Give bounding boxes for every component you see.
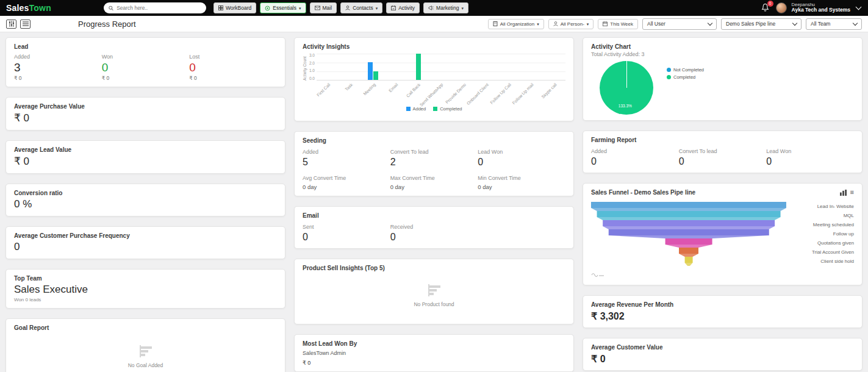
- product-sell-insights-card: Product Sell Insights (Top 5) No Product…: [294, 259, 574, 324]
- activity-insights-yticks: 3.02.01.00.0: [307, 54, 317, 80]
- chevron-down-icon: [708, 20, 712, 25]
- list-view-button[interactable]: [20, 20, 30, 29]
- sales-funnel-card: Sales Funnel - Demo Sales Pipe line ≡ Le…: [583, 183, 863, 285]
- chart-view-icon[interactable]: [840, 190, 847, 196]
- most-lead-won-by-name: SalesTown Admin: [303, 350, 565, 356]
- email-card: Email Sent0 Received0: [294, 206, 574, 249]
- column-right: Activity Chart Total Activity Added: 3 1…: [583, 37, 863, 371]
- user-block[interactable]: Deepanshu Ayka Tech and Systems: [792, 2, 850, 13]
- card-title: Seeding: [303, 137, 565, 144]
- marketing-label: Marketing: [436, 5, 459, 11]
- card-value: ₹ 0: [14, 112, 277, 124]
- logo-sales: Sales: [6, 3, 29, 13]
- funnel-stage: Client side hold: [591, 257, 854, 266]
- contacts-button[interactable]: Contacts ▾: [340, 2, 382, 13]
- logo-town: Town: [29, 3, 51, 13]
- stat-amount: ₹ 0: [189, 75, 277, 81]
- team-select[interactable]: All Team: [806, 18, 862, 30]
- workboard-button[interactable]: WorkBoard: [213, 2, 256, 13]
- bars: [339, 54, 362, 80]
- week-filter-button[interactable]: This Week: [598, 19, 638, 29]
- stat-amount: ₹ 0: [14, 75, 102, 81]
- stat-value: 0: [303, 232, 390, 243]
- x-tick-label: Skype call: [540, 82, 558, 99]
- chevron-down-icon: ▾: [376, 6, 378, 10]
- user-avatar[interactable]: [776, 2, 787, 13]
- stat-value: 0: [478, 157, 565, 168]
- stat-value: 3: [14, 61, 102, 74]
- y-tick: 3.0: [307, 54, 315, 58]
- seeding-avg-time: Avg Convert Time0 day: [303, 175, 390, 190]
- x-tick-label: First Call: [316, 82, 331, 97]
- stat-label: Won: [102, 54, 190, 60]
- bar: [416, 54, 421, 80]
- y-tick: 0.0: [307, 77, 315, 81]
- x-tick-label: Meeting: [362, 82, 376, 96]
- person-filter-label: All Person-: [561, 21, 584, 27]
- person-filter-button[interactable]: All Person- ▾: [548, 19, 594, 29]
- building-icon: [493, 21, 498, 26]
- seeding-convert: Convert To lead2: [390, 149, 478, 168]
- activity-pie-chart: 133.3% Not CompletedCompleted: [591, 61, 854, 115]
- column-left: Lead Added 3 ₹ 0 Won 0 ₹ 0 Lost 0 ₹ 0: [5, 37, 285, 372]
- farming-convert: Convert To lead0: [679, 148, 767, 167]
- activity-button[interactable]: Activity: [386, 2, 420, 13]
- essentials-button[interactable]: Essentials ▾: [260, 2, 306, 13]
- activity-insights-card: Activity Insights Activity Count 3.02.01…: [294, 37, 574, 121]
- pipeline-select[interactable]: Demo Sales Pipe line: [721, 18, 802, 30]
- stat-value: 0 day: [303, 184, 390, 190]
- wave-icon: [591, 271, 604, 277]
- bars: [498, 54, 520, 80]
- marketing-button[interactable]: Marketing ▾: [423, 2, 468, 13]
- stat-value: 0: [591, 156, 679, 167]
- filter-toggle-button[interactable]: [6, 20, 16, 29]
- activity-chart-card: Activity Chart Total Activity Added: 3 1…: [583, 37, 863, 121]
- farming-won: Lead Won0: [766, 148, 854, 167]
- notifications-button[interactable]: 0: [761, 3, 771, 13]
- stat-label: Added: [591, 148, 679, 154]
- mail-button[interactable]: Mail: [310, 2, 337, 13]
- pipeline-select-value: Demo Sales Pipe line: [726, 21, 775, 27]
- legend-label: Added: [413, 106, 426, 112]
- top-team-value: Sales Executive: [14, 284, 277, 296]
- funnel-stage: Trial Account Given: [591, 248, 854, 257]
- conversion-ratio-card: Conversion ratio 0 %: [5, 184, 285, 216]
- most-lead-won-by-card: Most Lead Won By SalesTown Admin ₹ 0: [294, 334, 574, 372]
- topbar-right: 0 Deepanshu Ayka Tech and Systems: [761, 2, 862, 13]
- goal-report-card: Goal Report No Goal Added: [5, 318, 285, 372]
- top-team-card: Top Team Sales Executive Won 0 leads: [5, 269, 285, 309]
- bars: [429, 54, 452, 80]
- card-title: Farming Report: [591, 137, 854, 143]
- funnel-stage-label: Trial Account Given: [792, 249, 854, 255]
- funnel-shape: [591, 229, 786, 238]
- organization-filter-button[interactable]: All Organization ▾: [488, 19, 544, 29]
- top-nav: WorkBoard Essentials ▾ Mail Contacts ▾ A…: [213, 2, 468, 13]
- contacts-label: Contacts: [353, 5, 373, 11]
- funnel-shape: [591, 248, 786, 257]
- top-team-sub: Won 0 leads: [14, 297, 277, 302]
- email-sent: Sent0: [303, 224, 390, 243]
- search-box[interactable]: [104, 2, 206, 13]
- y-tick: 2.0: [307, 62, 315, 66]
- funnel-stage-label: Client side hold: [792, 259, 854, 264]
- funnel-stage: Follow up: [591, 229, 854, 238]
- page-title: Progress Report: [78, 20, 136, 29]
- chevron-down-icon: ▾: [537, 22, 539, 26]
- farming-added: Added0: [591, 148, 679, 167]
- legend-item: Not Completed: [667, 67, 704, 73]
- card-title: Average Revenue Per Month: [591, 301, 854, 308]
- stat-value: 5: [303, 157, 390, 168]
- app-logo[interactable]: SalesTown: [6, 3, 51, 13]
- funnel-stage-label: Follow up: [792, 231, 854, 237]
- y-axis-label: Activity Count: [303, 54, 307, 80]
- search-input[interactable]: [117, 5, 201, 11]
- funnel-bar: [665, 238, 712, 245]
- card-value: ₹ 0: [14, 155, 277, 168]
- card-value: 0: [14, 241, 277, 253]
- menu-icon[interactable]: ≡: [850, 189, 854, 196]
- sales-funnel-plot: Lead In- WebsiteMQLMeeting scheduledFoll…: [591, 202, 854, 266]
- user-menu-chevron-icon[interactable]: [856, 4, 862, 10]
- user-select[interactable]: All User: [642, 18, 717, 30]
- person-icon: [553, 21, 558, 26]
- filter-bar: All Organization ▾ All Person- ▾ This We…: [488, 18, 862, 30]
